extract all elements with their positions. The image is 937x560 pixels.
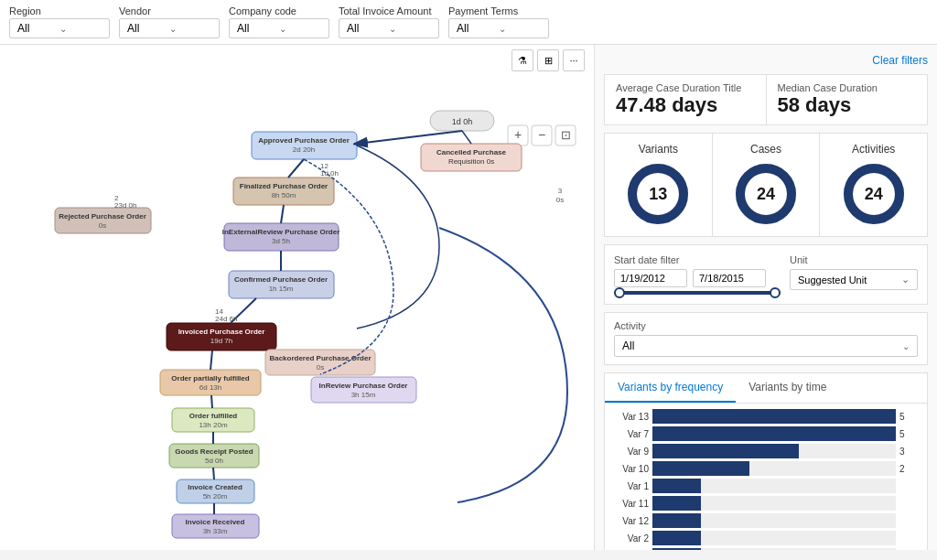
activity-label: Activity: [614, 320, 918, 331]
date-slider[interactable]: [614, 291, 781, 295]
svg-line-59: [211, 395, 212, 408]
unit-select[interactable]: Suggested Unit ⌄: [790, 269, 918, 290]
bar-row: Var 135: [614, 409, 918, 424]
bar-value: 5: [899, 429, 918, 439]
slider-right-thumb[interactable]: [770, 287, 781, 298]
bar-fill: [652, 513, 701, 528]
bar-row: Var 2: [614, 531, 918, 545]
svg-text:⊡: ⊡: [561, 128, 571, 142]
cases-label: Cases: [750, 143, 781, 156]
variants-donut: Variants 13: [605, 134, 713, 236]
svg-text:1d 0h: 1d 0h: [452, 117, 473, 126]
svg-text:5h 20m: 5h 20m: [203, 492, 228, 501]
chevron-down-icon: ⌄: [169, 24, 211, 34]
bar-value: 5: [899, 412, 918, 422]
tab-variants-frequency[interactable]: Variants by frequency: [605, 373, 736, 403]
bar-row: Var 102: [614, 461, 918, 476]
svg-text:3: 3: [558, 187, 563, 195]
svg-text:Cancelled Purchase: Cancelled Purchase: [436, 148, 507, 156]
svg-text:3h 33m: 3h 33m: [203, 527, 228, 535]
svg-text:1d 0h: 1d 0h: [320, 169, 339, 178]
svg-text:Rejected Purchase Order: Rejected Purchase Order: [59, 212, 146, 221]
svg-text:0s: 0s: [317, 363, 324, 372]
svg-text:Approved Purchase Order: Approved Purchase Order: [258, 136, 350, 145]
svg-text:Invoice Received: Invoice Received: [186, 518, 245, 526]
svg-text:InReview Purchase Order: InReview Purchase Order: [319, 382, 408, 390]
bar-label: Var 9: [614, 447, 649, 457]
unit-section: Unit Suggested Unit ⌄: [790, 254, 918, 290]
bar-track: [652, 531, 896, 545]
svg-text:Order partially fulfilled: Order partially fulfilled: [171, 374, 249, 382]
cases-donut: Cases 24: [713, 134, 821, 236]
more-options-icon[interactable]: ···: [563, 49, 585, 71]
bar-value: 2: [899, 464, 918, 474]
date-from-input[interactable]: [614, 269, 687, 287]
svg-text:13h 20m: 13h 20m: [199, 421, 227, 429]
date-unit-section: Start date filter Unit Suggested Unit ⌄: [604, 244, 928, 305]
svg-text:24d 6h: 24d 6h: [215, 315, 237, 323]
total-invoice-label: Total Invoice Amount: [339, 5, 439, 16]
donuts-row: Variants 13 Cases 24: [604, 133, 928, 237]
payment-terms-filter: Payment Terms All ⌄: [448, 5, 549, 38]
svg-text:5d 0h: 5d 0h: [205, 457, 223, 465]
bar-fill: [652, 479, 701, 493]
svg-text:1h 15m: 1h 15m: [269, 285, 294, 293]
bar-row: Var 1: [614, 479, 918, 493]
median-duration-box: Median Case Duration 58 days: [767, 75, 928, 124]
clear-filters-link[interactable]: Clear filters: [872, 54, 928, 67]
bar-value: 3: [899, 447, 918, 457]
total-invoice-filter: Total Invoice Amount All ⌄: [339, 5, 439, 38]
bar-fill: [652, 409, 896, 424]
activities-donut: Activities 24: [820, 134, 927, 236]
date-to-input[interactable]: [693, 269, 766, 287]
activities-label: Activities: [852, 143, 895, 156]
bar-track: [652, 409, 896, 424]
bar-track: [652, 444, 896, 458]
svg-text:Goods Receipt Posted: Goods Receipt Posted: [175, 447, 253, 456]
svg-text:Backordered Purchase Order: Backordered Purchase Order: [269, 354, 371, 362]
process-flow-panel: ⚗ ⊞ ··· + − ⊡ 1d 0h Cancelled Purchase R…: [0, 45, 595, 550]
total-invoice-select[interactable]: All ⌄: [339, 18, 439, 38]
unit-label: Unit: [790, 254, 918, 265]
svg-line-53: [462, 131, 471, 144]
svg-text:−: −: [538, 127, 545, 142]
activities-donut-chart: 24: [841, 161, 907, 227]
svg-text:InExternalReview Purchase Orde: InExternalReview Purchase Order: [222, 228, 340, 236]
vendor-filter: Vendor All ⌄: [119, 5, 220, 38]
svg-text:2d 20h: 2d 20h: [293, 145, 315, 154]
chevron-down-icon: ⌄: [902, 341, 910, 351]
company-code-select[interactable]: All ⌄: [229, 18, 329, 38]
bar-fill: [652, 548, 701, 550]
svg-text:8h 50m: 8h 50m: [272, 191, 296, 199]
bar-track: [652, 513, 896, 528]
cases-donut-chart: 24: [733, 161, 799, 227]
svg-text:23d 0h: 23d 0h: [114, 201, 136, 210]
region-select[interactable]: All ⌄: [9, 18, 110, 38]
bar-row: Var 3: [614, 548, 918, 550]
svg-text:Requisition 0s: Requisition 0s: [448, 157, 494, 166]
svg-text:19d 7h: 19d 7h: [210, 337, 232, 345]
activity-select[interactable]: All ⌄: [614, 335, 918, 357]
payment-terms-select[interactable]: All ⌄: [448, 18, 549, 38]
svg-line-58: [210, 350, 212, 370]
date-row: [614, 269, 781, 287]
filter-icon[interactable]: ⚗: [512, 49, 533, 71]
company-code-filter: Company code All ⌄: [229, 5, 329, 38]
bar-label: Var 7: [614, 429, 649, 439]
variants-tabs: Variants by frequency Variants by time: [605, 373, 927, 404]
grid-icon[interactable]: ⊞: [537, 49, 559, 71]
bar-label: Var 12: [614, 516, 649, 526]
avg-duration-value: 47.48 days: [616, 93, 755, 117]
median-duration-label: Median Case Duration: [778, 82, 917, 93]
tab-variants-time[interactable]: Variants by time: [736, 373, 839, 403]
svg-text:3d 5h: 3d 5h: [272, 237, 290, 245]
slider-left-thumb[interactable]: [614, 287, 625, 298]
chevron-down-icon: ⌄: [499, 24, 541, 34]
svg-line-52: [357, 131, 462, 144]
stats-row: Average Case Duration Title 47.48 days M…: [604, 74, 928, 125]
vendor-select[interactable]: All ⌄: [119, 18, 220, 38]
chevron-down-icon: ⌄: [279, 24, 321, 34]
bar-track: [652, 496, 896, 511]
flow-toolbar: ⚗ ⊞ ···: [512, 49, 585, 71]
svg-text:Invoice Created: Invoice Created: [188, 483, 242, 491]
